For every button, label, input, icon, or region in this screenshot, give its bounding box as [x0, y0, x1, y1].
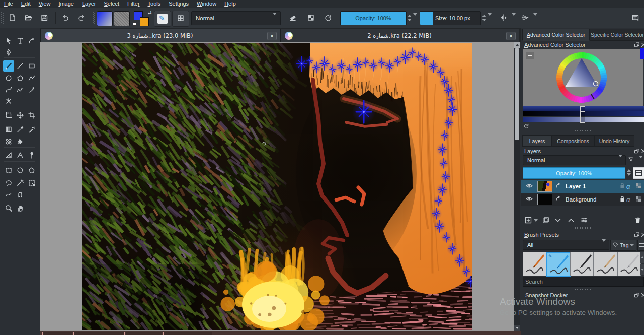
inherit-alpha-icon[interactable] — [634, 195, 644, 205]
background-color-swatch[interactable] — [140, 17, 149, 26]
tool-shape-select[interactable] — [3, 35, 14, 46]
move-layer-down-button[interactable] — [552, 215, 564, 225]
delete-layer-button[interactable] — [632, 215, 643, 225]
tool-freehand-brush[interactable] — [3, 60, 14, 72]
docker-resize-handle[interactable] — [575, 227, 592, 229]
tool-polygon-select[interactable] — [26, 165, 37, 176]
size-options-caret[interactable] — [488, 16, 492, 23]
layer-filter-icon[interactable] — [628, 156, 634, 164]
layer-lock-icon[interactable] — [618, 182, 626, 191]
layer-name[interactable]: Background — [566, 196, 618, 203]
brush-size-slider[interactable]: Size: 10.00 px — [420, 11, 481, 25]
scroll-down-button[interactable] — [514, 325, 520, 331]
layer-opacity-slider[interactable]: Opacity: 100% — [523, 167, 625, 179]
tool-spray[interactable] — [26, 124, 37, 135]
menu-item-edit[interactable]: Edit — [17, 0, 35, 8]
canvas-vertical-scrollbar[interactable] — [514, 42, 520, 331]
tool-polyline[interactable] — [26, 73, 37, 84]
menu-item-layer[interactable]: Layer — [78, 0, 100, 8]
tool-magnetic-select[interactable] — [15, 189, 26, 200]
presets-scroll-down[interactable] — [640, 264, 644, 275]
menu-item-tools[interactable]: Tools — [144, 0, 165, 8]
brush-preset-pencil-silver[interactable] — [617, 252, 641, 276]
layer-name[interactable]: Layer 1 — [566, 183, 618, 189]
float-docker-icon[interactable] — [634, 292, 640, 298]
tool-multibrush[interactable] — [3, 96, 14, 107]
layer-blending-dropdown[interactable]: Normal — [523, 155, 626, 165]
tool-freehand-path[interactable] — [15, 84, 26, 95]
undo-button[interactable] — [58, 11, 72, 25]
color-wheel[interactable] — [523, 49, 643, 106]
open-document-button[interactable] — [21, 11, 35, 25]
tool-dynamic-brush[interactable] — [26, 84, 37, 95]
menu-item-settings[interactable]: Settings — [165, 0, 193, 8]
docker-resize-handle[interactable] — [575, 130, 592, 131]
tool-color-sampler[interactable] — [15, 124, 26, 135]
close-document-button[interactable]: x — [506, 32, 516, 40]
visibility-eye-icon[interactable] — [525, 195, 533, 205]
menu-item-window[interactable]: Window — [193, 0, 220, 8]
brush-preset-ink-pen[interactable] — [570, 252, 594, 276]
tool-assistants[interactable] — [15, 150, 26, 161]
save-button[interactable] — [37, 11, 51, 25]
add-layer-button[interactable] — [523, 215, 534, 225]
mirror-horizontal-caret[interactable] — [512, 16, 516, 23]
tab-advanced-color-selector[interactable]: Advanced Color Selector — [522, 29, 590, 41]
tool-measure[interactable] — [3, 150, 14, 161]
menu-item-help[interactable]: Help — [220, 0, 240, 8]
document-tab-1[interactable]: شماره 3..kra (23.0 MiB) x — [40, 29, 280, 43]
brush-preset-basic-paintbrush[interactable] — [523, 252, 546, 276]
tag-button[interactable]: Tag — [610, 240, 636, 251]
pattern-chooser[interactable] — [114, 11, 130, 26]
tab-specific-color-selector[interactable]: Specific Color Selector — [590, 29, 644, 41]
close-docker-icon[interactable] — [640, 42, 644, 48]
blending-mode-dropdown[interactable]: Normal — [191, 11, 281, 25]
lightness-bar-handle[interactable] — [580, 117, 585, 123]
size-spinner[interactable] — [481, 11, 487, 24]
docker-resize-handle[interactable] — [575, 289, 592, 290]
tool-ellipse-select[interactable] — [15, 165, 26, 176]
preset-filter-dropdown[interactable]: All — [523, 240, 609, 250]
mirror-horizontal-button[interactable] — [496, 11, 511, 26]
tool-line[interactable] — [15, 60, 26, 72]
gradient-chooser[interactable] — [97, 11, 113, 26]
tool-ellipse[interactable] — [3, 73, 14, 84]
tool-calligraphy[interactable] — [3, 47, 14, 58]
menu-item-image[interactable]: Image — [54, 0, 78, 8]
menu-item-filter[interactable]: Filter — [123, 0, 143, 8]
close-docker-icon[interactable] — [640, 148, 644, 154]
inherit-alpha-icon[interactable] — [634, 182, 644, 191]
tool-move[interactable] — [15, 110, 26, 121]
new-document-button[interactable] — [5, 11, 19, 25]
mirror-vertical-caret[interactable] — [533, 16, 537, 23]
update-color-icon[interactable] — [523, 123, 529, 130]
float-docker-icon[interactable] — [634, 232, 640, 238]
menu-item-select[interactable]: Select — [100, 0, 124, 8]
duplicate-layer-button[interactable] — [540, 215, 551, 225]
menu-item-file[interactable]: File — [0, 0, 17, 8]
tab-undo-history[interactable]: Undo History — [594, 135, 634, 147]
layer-opacity-spinner[interactable] — [626, 167, 631, 178]
brush-preset-basic-pencil-blue[interactable]: ✎ — [546, 252, 571, 277]
tool-edit-shapes[interactable] — [26, 35, 37, 46]
layer-properties-button[interactable] — [579, 215, 590, 225]
brush-preset-pencil-tan[interactable] — [594, 252, 617, 276]
tool-bezier-select[interactable] — [3, 189, 14, 200]
float-docker-icon[interactable] — [634, 148, 640, 154]
redo-button[interactable] — [74, 11, 89, 25]
layer-lock-icon[interactable] — [618, 195, 626, 205]
tool-polygon[interactable] — [15, 73, 26, 84]
alpha-lock-icon[interactable]: α — [626, 183, 634, 190]
scroll-up-button[interactable] — [514, 42, 520, 48]
close-docker-icon[interactable] — [640, 232, 644, 238]
move-layer-up-button[interactable] — [566, 215, 577, 225]
tab-compositions[interactable]: Compositions — [552, 135, 594, 147]
opacity-options-caret[interactable] — [413, 16, 417, 23]
tool-rect-select[interactable] — [3, 165, 14, 176]
default-colors-icon[interactable] — [133, 22, 136, 26]
choose-workspace-button[interactable] — [172, 11, 189, 27]
tool-smart-patch[interactable] — [3, 136, 14, 147]
tab-layers[interactable]: Layers — [522, 135, 552, 147]
tool-crop[interactable] — [26, 110, 37, 121]
tool-reference-images[interactable] — [26, 150, 37, 161]
